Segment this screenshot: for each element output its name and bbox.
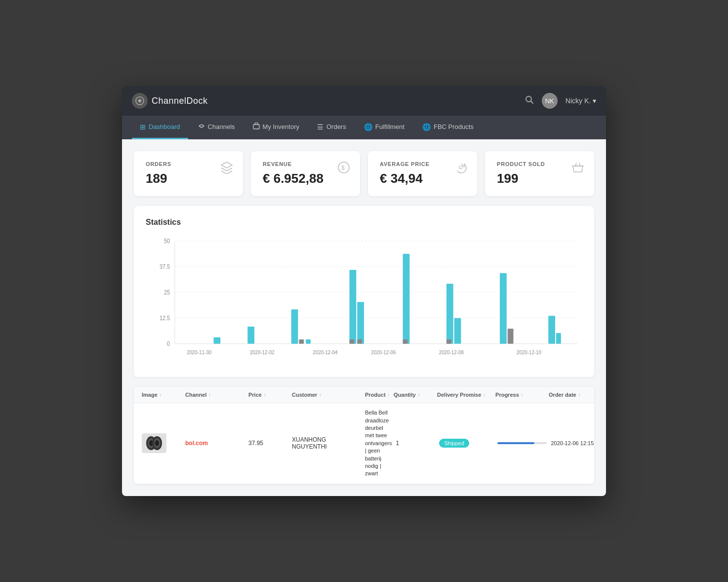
top-bar: ChannelDock NK Nicky K. ▾ <box>122 86 606 116</box>
stat-card-revenue: REVENUE € 6.952,88 $ <box>251 151 360 196</box>
svg-rect-31 <box>454 318 461 344</box>
sort-icon-customer[interactable]: ↕ <box>319 392 322 397</box>
col-header-image: Image ↕ <box>142 392 181 398</box>
col-header-delivery: Delivery Promise ↕ <box>437 392 491 398</box>
cell-product: Bella Bell draadloze deurbel met twee on… <box>365 409 392 478</box>
svg-rect-22 <box>299 339 304 344</box>
svg-point-48 <box>155 440 159 446</box>
stat-value-revenue: € 6.952,88 <box>263 171 348 186</box>
user-name[interactable]: Nicky K. ▾ <box>566 97 596 105</box>
stat-value-orders: 189 <box>146 171 231 186</box>
top-bar-right: NK Nicky K. ▾ <box>525 93 596 109</box>
chart-card: Statistics 0 12.5 25 37.5 <box>134 206 594 377</box>
svg-rect-33 <box>500 273 507 344</box>
cell-order-date: 2020-12-06 12:15:45 <box>551 440 594 446</box>
fulfillment-icon: 🌐 <box>364 123 372 131</box>
svg-rect-23 <box>306 339 311 344</box>
svg-rect-19 <box>214 337 221 344</box>
sort-icon-price[interactable]: ↕ <box>264 392 266 397</box>
col-header-price: Price ↕ <box>248 392 288 398</box>
svg-text:37.5: 37.5 <box>160 264 170 270</box>
svg-text:2020-12-06: 2020-12-06 <box>371 350 396 356</box>
stat-label-product-sold: PRODUCT SOLD <box>497 161 582 167</box>
svg-text:$: $ <box>341 165 345 171</box>
product-image <box>142 433 166 453</box>
svg-text:2020-12-10: 2020-12-10 <box>517 350 541 356</box>
svg-rect-49 <box>154 441 155 445</box>
stat-label-orders: ORDERS <box>146 161 231 167</box>
sort-icon-delivery[interactable]: ↕ <box>483 392 485 397</box>
browser-window: ChannelDock NK Nicky K. ▾ ⊞ Dashboard <box>122 86 606 496</box>
svg-rect-32 <box>446 339 451 344</box>
svg-text:2020-12-04: 2020-12-04 <box>313 350 337 356</box>
chart-title: Statistics <box>146 218 582 227</box>
svg-rect-25 <box>357 302 364 344</box>
col-header-customer: Customer ↕ <box>292 392 361 398</box>
sort-icon-channel[interactable]: ↕ <box>208 392 211 397</box>
svg-text:2020-12-02: 2020-12-02 <box>250 350 275 356</box>
progress-bar <box>497 442 547 444</box>
stat-value-avg-price: € 34,94 <box>380 171 465 186</box>
table-header-row: Image ↕ Channel ↕ Price ↕ Customer ↕ Pro… <box>134 387 594 403</box>
channel-badge: bol.com <box>185 440 208 447</box>
svg-line-2 <box>530 101 533 103</box>
stat-label-revenue: REVENUE <box>263 161 348 167</box>
nav-item-dashboard[interactable]: ⊞ Dashboard <box>132 116 188 139</box>
inventory-icon <box>253 123 260 131</box>
cell-delivery: Shipped <box>439 439 493 448</box>
cell-channel: bol.com <box>185 440 244 447</box>
chart-area: 0 12.5 25 37.5 50 <box>146 237 582 365</box>
logo-icon <box>132 93 148 109</box>
sync-icon <box>454 161 467 177</box>
sort-icon-product[interactable]: ↕ <box>388 392 390 397</box>
orders-table: Image ↕ Channel ↕ Price ↕ Customer ↕ Pro… <box>134 387 594 484</box>
orders-icon: ☰ <box>317 123 324 131</box>
cell-price: 37.95 <box>248 440 288 447</box>
svg-text:2020-12-08: 2020-12-08 <box>439 350 464 356</box>
progress-bar-fill <box>497 442 534 444</box>
stats-row: ORDERS 189 REVENUE € 6.952,88 $ <box>134 151 594 196</box>
sort-icon-quantity[interactable]: ↕ <box>418 392 420 397</box>
col-header-progress: Progress ↕ <box>495 392 545 398</box>
nav-item-channels[interactable]: Channels <box>190 116 243 139</box>
nav-item-orders[interactable]: ☰ Orders <box>309 116 354 139</box>
svg-rect-27 <box>357 339 362 344</box>
svg-rect-29 <box>403 339 408 344</box>
svg-rect-3 <box>253 125 259 129</box>
sort-icon-image[interactable]: ↕ <box>160 392 162 397</box>
channels-icon <box>198 123 205 131</box>
main-content: ORDERS 189 REVENUE € 6.952,88 $ <box>122 139 606 496</box>
svg-rect-20 <box>247 327 254 344</box>
svg-text:25: 25 <box>164 290 170 296</box>
chart-svg: 0 12.5 25 37.5 50 <box>146 237 582 365</box>
col-header-channel: Channel ↕ <box>185 392 244 398</box>
svg-rect-21 <box>291 310 298 344</box>
sort-icon-order-date[interactable]: ↕ <box>578 392 581 397</box>
svg-rect-24 <box>350 270 357 344</box>
col-header-order-date: Order date ↕ <box>549 392 594 398</box>
col-header-product: Product ↕ <box>365 392 390 398</box>
svg-rect-30 <box>446 284 453 344</box>
stat-card-product-sold: PRODUCT SOLD 199 <box>485 151 594 196</box>
svg-rect-36 <box>556 333 561 344</box>
svg-text:12.5: 12.5 <box>160 315 170 322</box>
fbc-icon: 🌐 <box>422 123 431 131</box>
cell-quantity: 1 <box>396 440 435 447</box>
layers-icon <box>220 161 233 177</box>
stat-value-product-sold: 199 <box>497 171 582 186</box>
dashboard-icon: ⊞ <box>140 123 146 131</box>
cell-image <box>142 433 181 453</box>
table-row: bol.com 37.95 XUANHONG NGUYENTHI Bella B… <box>134 403 594 484</box>
currency-icon: $ <box>337 161 350 177</box>
sort-icon-progress[interactable]: ↕ <box>521 392 524 397</box>
logo-text: ChannelDock <box>152 96 208 106</box>
stat-label-avg-price: AVERAGE PRICE <box>380 161 465 167</box>
stat-card-orders: ORDERS 189 <box>134 151 243 196</box>
nav-item-my-inventory[interactable]: My Inventory <box>245 116 307 139</box>
status-badge: Shipped <box>439 439 469 448</box>
nav-item-fbc-products[interactable]: 🌐 FBC Products <box>414 116 482 139</box>
basket-icon <box>571 161 584 177</box>
search-icon[interactable] <box>525 95 534 107</box>
svg-rect-34 <box>508 329 514 344</box>
nav-item-fulfillment[interactable]: 🌐 Fulfillment <box>356 116 412 139</box>
